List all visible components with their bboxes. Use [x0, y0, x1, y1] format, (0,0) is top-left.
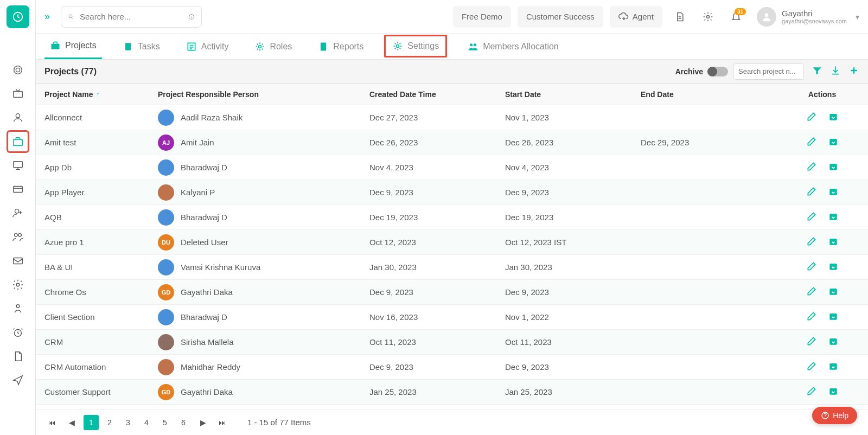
nav-send-icon[interactable]: [7, 369, 29, 392]
cell-project-name: Client Section: [36, 312, 158, 322]
col-responsible-person[interactable]: Project Responsible Person: [158, 90, 369, 99]
cell-person: Kalyani P: [158, 184, 369, 201]
page-number[interactable]: 4: [139, 415, 154, 430]
page-number[interactable]: 3: [120, 415, 136, 430]
nav-monitor-icon[interactable]: [7, 154, 29, 177]
user-menu[interactable]: Gayathri gayathri@snovasys.com ▾: [757, 7, 859, 27]
global-search[interactable]: [61, 6, 202, 28]
nav-card-icon[interactable]: [7, 178, 29, 201]
cell-person: Vamsi Krishna Kuruva: [158, 259, 369, 276]
archive-icon[interactable]: [828, 211, 839, 223]
nav-target-icon[interactable]: [7, 59, 29, 81]
customer-success-button[interactable]: Customer Success: [518, 6, 603, 28]
agent-button[interactable]: Agent: [610, 6, 662, 28]
tab-roles[interactable]: Roles: [249, 34, 297, 59]
edit-icon[interactable]: [806, 261, 817, 273]
edit-icon[interactable]: [806, 286, 817, 298]
filter-icon[interactable]: [812, 65, 822, 78]
page-number[interactable]: 2: [102, 415, 117, 430]
cell-person: DU Deleted User: [158, 234, 369, 251]
settings-gear-icon[interactable]: [697, 6, 719, 28]
archive-icon[interactable]: [828, 186, 839, 199]
archive-icon[interactable]: [828, 136, 839, 149]
app-logo[interactable]: [7, 5, 29, 28]
cloud-download-icon: [618, 11, 629, 22]
edit-icon[interactable]: [806, 311, 817, 323]
page-prev-icon[interactable]: ◀: [64, 415, 79, 430]
add-icon[interactable]: [848, 65, 859, 78]
page-next-icon[interactable]: ▶: [195, 415, 210, 430]
nav-add-user-icon[interactable]: [7, 202, 29, 225]
col-project-name[interactable]: Project Name↑: [36, 90, 158, 99]
page-number[interactable]: 5: [157, 415, 173, 430]
page-last-icon[interactable]: ⏭: [215, 415, 230, 430]
archive-icon[interactable]: [828, 261, 839, 273]
pagination: ⏮ ◀ 123456 ▶ ⏭ 1 - 15 of 77 Items: [36, 409, 868, 435]
nav-gear-icon[interactable]: [7, 273, 29, 296]
archive-icon[interactable]: [828, 336, 839, 348]
edit-icon[interactable]: [806, 161, 817, 174]
archive-icon[interactable]: [828, 311, 839, 323]
svg-rect-30: [829, 189, 837, 195]
page-number[interactable]: 6: [176, 415, 191, 430]
page-number[interactable]: 1: [84, 415, 99, 430]
svg-rect-19: [52, 44, 60, 49]
table-row: Azue pro 1 DU Deleted User Oct 12, 2023 …: [36, 230, 868, 255]
tab-activity[interactable]: Activity: [181, 34, 234, 59]
edit-icon[interactable]: [806, 186, 817, 199]
col-end-date[interactable]: End Date: [641, 90, 776, 99]
svg-point-17: [707, 15, 710, 18]
nav-user-icon[interactable]: [7, 106, 29, 129]
col-actions: Actions: [776, 90, 868, 99]
nav-file-icon[interactable]: [7, 345, 29, 368]
svg-rect-3: [13, 91, 22, 97]
edit-icon[interactable]: [806, 111, 817, 124]
help-button[interactable]: Help: [812, 407, 857, 424]
archive-toggle[interactable]: [707, 67, 728, 76]
edit-icon[interactable]: [806, 211, 817, 223]
cell-project-name: Chrome Os: [36, 287, 158, 297]
archive-icon[interactable]: [828, 236, 839, 248]
cell-person: GD Gayathri Daka: [158, 284, 369, 300]
help-label: Help: [833, 411, 848, 420]
page-first-icon[interactable]: ⏮: [44, 415, 60, 430]
svg-rect-33: [829, 264, 837, 270]
cell-created: Jan 25, 2023: [369, 387, 505, 396]
cell-person: Bharadwaj D: [158, 209, 369, 226]
table-row: Amit test AJ Amit Jain Dec 26, 2023 Dec …: [36, 130, 868, 155]
cell-project-name: AQB: [36, 213, 158, 222]
nav-tv-icon[interactable]: [7, 82, 29, 105]
edit-icon[interactable]: [806, 336, 817, 348]
col-created-date[interactable]: Created Date Time: [369, 90, 505, 99]
edit-icon[interactable]: [806, 361, 817, 373]
notifications-icon[interactable]: 31: [725, 6, 747, 28]
edit-icon[interactable]: [806, 136, 817, 149]
edit-icon[interactable]: [806, 386, 817, 398]
help-circle-icon: [821, 411, 829, 420]
nav-alarm-icon[interactable]: [7, 321, 29, 344]
archive-icon[interactable]: [828, 161, 839, 174]
col-start-date[interactable]: Start Date: [505, 90, 641, 99]
edit-icon[interactable]: [806, 236, 817, 248]
archive-icon[interactable]: [828, 111, 839, 124]
archive-icon[interactable]: [828, 361, 839, 373]
tab-settings[interactable]: Settings: [384, 35, 447, 57]
free-demo-button[interactable]: Free Demo: [453, 6, 511, 28]
archive-icon[interactable]: [828, 386, 839, 398]
tab-tasks[interactable]: Tasks: [117, 34, 165, 59]
expand-sidebar-icon[interactable]: »: [44, 11, 50, 22]
nav-briefcase-icon[interactable]: [7, 130, 29, 153]
nav-mail-icon[interactable]: [7, 250, 29, 272]
project-search-input[interactable]: [733, 63, 804, 80]
search-input[interactable]: [80, 12, 183, 21]
topbar: » Free Demo Customer Success Agent 31: [36, 0, 868, 34]
nav-person-icon[interactable]: [7, 297, 29, 320]
tab-members-allocation[interactable]: Members Allocation: [462, 34, 564, 59]
document-icon[interactable]: [669, 6, 691, 28]
tab-projects[interactable]: Projects: [44, 34, 102, 59]
archive-icon[interactable]: [828, 286, 839, 298]
tab-reports[interactable]: Reports: [312, 34, 369, 59]
nav-team-icon[interactable]: [7, 226, 29, 248]
svg-rect-28: [829, 139, 837, 145]
download-icon[interactable]: [830, 65, 841, 78]
